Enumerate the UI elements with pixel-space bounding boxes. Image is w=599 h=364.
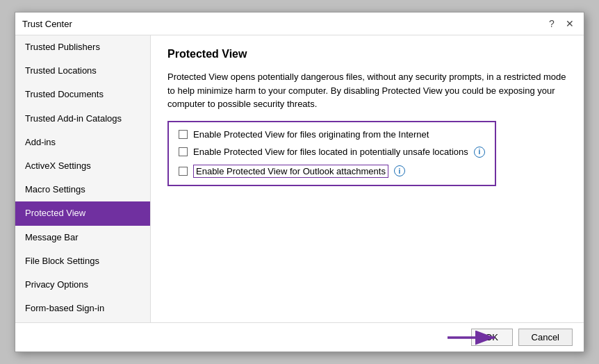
sidebar: Trusted Publishers Trusted Locations Tru… <box>15 35 151 322</box>
options-box: Enable Protected View for files originat… <box>167 121 496 186</box>
cancel-button[interactable]: Cancel <box>518 329 573 346</box>
sidebar-item-form-based-sign-in[interactable]: Form-based Sign-in <box>15 297 150 320</box>
checkbox-unsafe-locations[interactable] <box>179 147 188 156</box>
checkbox-internet[interactable] <box>179 130 188 139</box>
content-title: Protected View <box>167 48 567 60</box>
sidebar-item-macro-settings[interactable]: Macro Settings <box>15 178 150 201</box>
info-icon-unsafe-locations[interactable]: i <box>474 147 485 158</box>
sidebar-item-trusted-documents[interactable]: Trusted Documents <box>15 83 150 106</box>
arrow-icon <box>445 325 500 350</box>
help-button[interactable]: ? <box>545 17 559 31</box>
option-row-internet: Enable Protected View for files originat… <box>179 129 485 140</box>
dialog-footer: OK Cancel <box>15 322 584 351</box>
arrow-container <box>445 325 500 350</box>
close-button[interactable]: ✕ <box>563 17 577 31</box>
option-label-unsafe-locations: Enable Protected View for files located … <box>193 147 468 157</box>
title-bar-right: ? ✕ <box>545 17 577 31</box>
option-label-internet: Enable Protected View for files originat… <box>193 129 429 140</box>
sidebar-item-trusted-locations[interactable]: Trusted Locations <box>15 59 150 83</box>
dialog-body: Trusted Publishers Trusted Locations Tru… <box>15 35 584 322</box>
content-area: Protected View Protected View opens pote… <box>151 35 584 322</box>
info-icon-outlook[interactable]: i <box>394 165 405 176</box>
checkbox-outlook[interactable] <box>179 167 188 176</box>
title-bar-left: Trust Center <box>22 19 72 29</box>
title-bar: Trust Center ? ✕ <box>15 13 584 35</box>
option-label-outlook: Enable Protected View for Outlook attach… <box>193 165 388 178</box>
sidebar-item-protected-view[interactable]: Protected View <box>15 201 150 225</box>
sidebar-item-privacy-options[interactable]: Privacy Options <box>15 273 150 297</box>
sidebar-item-message-bar[interactable]: Message Bar <box>15 226 150 249</box>
sidebar-item-trusted-publishers[interactable]: Trusted Publishers <box>15 35 150 59</box>
option-row-unsafe-locations: Enable Protected View for files located … <box>179 147 485 158</box>
dialog-title: Trust Center <box>22 19 72 29</box>
sidebar-item-trusted-add-in-catalogs[interactable]: Trusted Add-in Catalogs <box>15 107 150 131</box>
content-description: Protected View opens potentially dangero… <box>167 70 567 111</box>
sidebar-item-activex-settings[interactable]: ActiveX Settings <box>15 154 150 178</box>
option-row-outlook: Enable Protected View for Outlook attach… <box>179 165 485 178</box>
trust-center-dialog: Trust Center ? ✕ Trusted Publishers Trus… <box>15 12 584 352</box>
sidebar-item-file-block-settings[interactable]: File Block Settings <box>15 249 150 273</box>
sidebar-item-add-ins[interactable]: Add-ins <box>15 131 150 154</box>
